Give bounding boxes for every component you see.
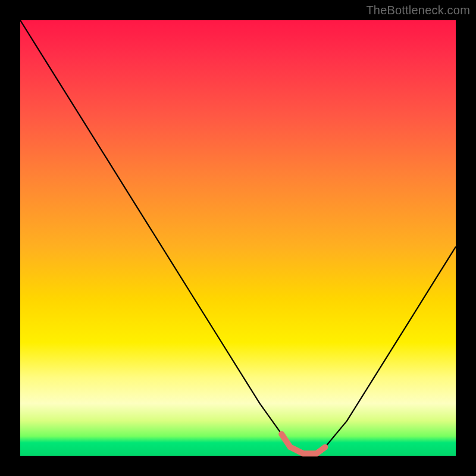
- curve-line: [20, 20, 456, 453]
- chart-frame: TheBottleneck.com: [0, 0, 476, 476]
- bottleneck-curve: [20, 20, 456, 456]
- plot-area: [20, 20, 456, 456]
- watermark-text: TheBottleneck.com: [366, 4, 470, 17]
- curve-min-highlight: [281, 434, 325, 453]
